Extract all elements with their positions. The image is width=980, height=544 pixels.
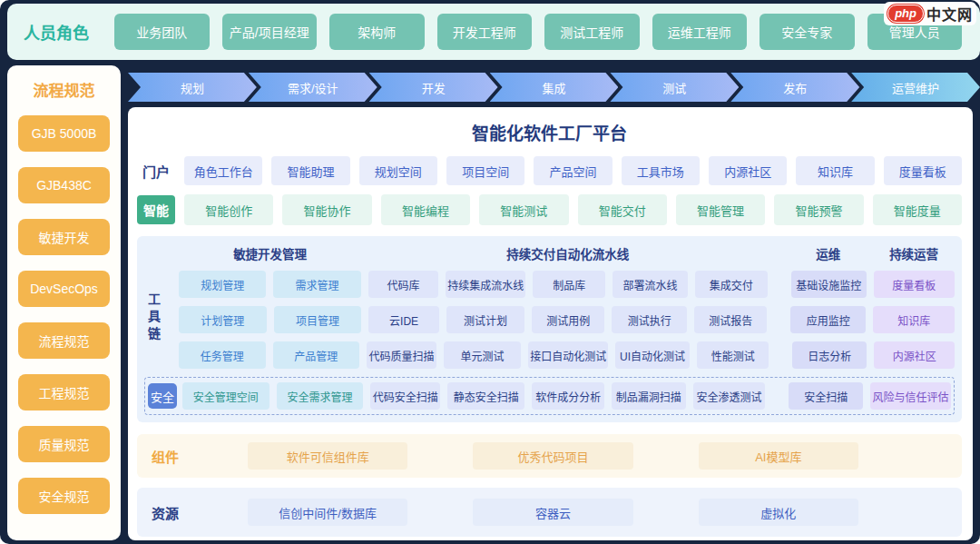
resource-item[interactable]: 虚拟化 [699,499,858,526]
toolchain-tool[interactable]: 接口自动化测试 [528,341,608,369]
portal-item[interactable]: 规划空间 [359,156,437,185]
toolchain-tool[interactable]: 产品管理 [273,341,360,369]
toolchain-tool[interactable]: 代码质量扫描 [367,341,436,369]
component-library-item[interactable]: AI模型库 [699,442,858,470]
toolchain-tool[interactable]: 知识库 [873,306,955,333]
pipeline-stage[interactable]: 开发 [369,73,498,102]
sidebar-item[interactable]: GJB438C [18,167,110,203]
security-tool[interactable]: 静态安全扫描 [447,382,524,410]
toolchain-tool[interactable]: 计划管理 [179,306,267,333]
platform-panel: 智能化软件工厂平台 门户 角色工作台 智能助理 规划空间 项目空间 产品空间 工… [128,107,973,540]
roles-list: 业务团队 产品/项目经理 架构师 开发工程师 测试工程师 运维工程师 安全专家 … [114,14,962,50]
toolchain-tool[interactable]: 测试执行 [612,306,687,333]
toolchain-tool[interactable]: 持续集成流水线 [446,271,525,298]
roles-bar-label: 人员角色 [24,20,89,44]
ai-capability-item[interactable]: 智能交付 [578,194,667,225]
toolchain-tool[interactable]: 基础设施监控 [791,271,867,298]
portal-label: 门户 [137,162,175,181]
toolchain-tool[interactable]: 测试报告 [694,306,767,333]
toolchain-tool[interactable]: 测试计划 [446,306,524,333]
security-tool[interactable]: 安全管理空间 [182,382,270,410]
portal-item[interactable]: 项目空间 [446,156,524,185]
resources-row: 资源 信创中间件/数据库 容器云 虚拟化 [137,488,962,537]
toolchain-tool[interactable]: 任务管理 [179,341,266,369]
portal-item[interactable]: 度量看板 [884,156,962,185]
security-tool[interactable]: 代码安全扫描 [370,382,440,410]
security-tool[interactable]: 安全扫描 [789,382,863,410]
components-label: 组件 [146,447,188,466]
pipeline-stage[interactable]: 测试 [610,73,739,102]
platform-title: 智能化软件工厂平台 [137,120,962,144]
ai-capability-item[interactable]: 智能编程 [381,194,470,225]
group-header-cd: 持续交付自动化流水线 [368,244,767,262]
sidebar-item[interactable]: 工程规范 [18,374,110,410]
toolchain-tool[interactable]: 云IDE [368,306,439,333]
pipeline-stage[interactable]: 需求/设计 [249,73,377,102]
toolchain-tool[interactable]: 需求管理 [273,271,360,298]
ai-capability-item[interactable]: 智能协作 [282,194,371,225]
security-tool[interactable]: 安全渗透测试 [693,382,765,410]
pipeline-stage[interactable]: 运营维护 [851,73,980,102]
portal-item[interactable]: 智能助理 [271,156,349,185]
toolchain-tool[interactable]: 性能测试 [697,341,769,369]
portal-row: 门户 角色工作台 智能助理 规划空间 项目空间 产品空间 工具市场 内源社区 知… [137,156,962,185]
role-button[interactable]: 产品/项目经理 [222,14,318,50]
sidebar-item[interactable]: DevSecOps [18,271,110,307]
ai-capability-item[interactable]: 智能度量 [873,194,962,225]
sidebar-item[interactable]: 质量规范 [18,426,110,462]
role-button[interactable]: 开发工程师 [437,14,533,50]
security-row-grid: 安全 安全管理空间 安全需求管理 代码安全扫描 静态安全扫描 软件成分分析 制品… [148,382,951,410]
toolchain-tool[interactable]: 集成交付 [695,271,768,298]
toolchain-tool[interactable]: 测试用例 [532,306,604,333]
role-button[interactable]: 安全专家 [760,14,855,50]
security-tool[interactable]: 制品漏洞扫描 [612,382,686,410]
toolchain-row: 计划管理 项目管理 云IDE 测试计划 测试用例 测试执行 测试报告 应用监控 … [144,306,955,333]
toolchain-row: 规划管理 需求管理 代码库 持续集成流水线 制品库 部署流水线 集成交付 基础设… [144,271,955,298]
resource-item[interactable]: 信创中间件/数据库 [248,499,407,526]
portal-item[interactable]: 内源社区 [709,156,787,185]
portal-item[interactable]: 角色工作台 [184,156,262,185]
security-tool[interactable]: 安全需求管理 [277,382,364,410]
toolchain-tool[interactable]: 度量看板 [874,271,956,298]
ai-capability-item[interactable]: 智能测试 [479,194,568,225]
component-library-item[interactable]: 软件可信组件库 [248,442,407,470]
pipeline-stage[interactable]: 规划 [128,73,257,102]
ai-capability-item[interactable]: 智能管理 [676,194,765,225]
role-button[interactable]: 业务团队 [114,14,210,50]
toolchain-tool[interactable]: 部署流水线 [612,271,688,298]
toolchain-tool[interactable]: 内源社区 [874,341,955,369]
group-header-ops: 运维 [790,244,866,262]
sidebar-item[interactable]: 敏捷开发 [18,219,110,255]
role-button[interactable]: 测试工程师 [544,14,640,50]
app-root: 人员角色 业务团队 产品/项目经理 架构师 开发工程师 测试工程师 运维工程师 … [0,0,980,544]
portal-item[interactable]: 工具市场 [622,156,700,185]
ai-capability-item[interactable]: 智能预警 [774,194,863,225]
sidebar-item[interactable]: GJB 5000B [18,115,110,152]
toolchain-tool[interactable]: 日志分析 [792,341,867,369]
sidebar-item[interactable]: 安全规范 [18,478,110,514]
roles-bar: 人员角色 业务团队 产品/项目经理 架构师 开发工程师 测试工程师 运维工程师 … [7,4,980,60]
pipeline-stage[interactable]: 集成 [490,73,619,102]
toolchain-tool[interactable]: 单元测试 [444,341,521,369]
component-library-item[interactable]: 优秀代码项目 [473,442,632,470]
toolchain-tool[interactable]: 规划管理 [179,271,266,298]
resources-label: 资源 [146,503,188,522]
security-tool[interactable]: 风险与信任评估 [870,382,951,410]
pipeline-stage[interactable]: 发布 [730,73,859,102]
toolchain-tool[interactable]: 应用监控 [790,306,866,333]
toolchain-tool[interactable]: UI自动化测试 [615,341,690,369]
toolchain-tool[interactable]: 代码库 [368,271,438,298]
sidebar-title: 流程规范 [34,78,95,101]
sidebar-item[interactable]: 流程规范 [18,322,110,359]
role-button[interactable]: 架构师 [329,14,425,50]
role-button[interactable]: 运维工程师 [652,14,748,50]
security-tool[interactable]: 软件成分分析 [532,382,603,410]
components-items: 软件可信组件库 优秀代码项目 AI模型库 [188,442,953,470]
ai-capability-item[interactable]: 智能创作 [184,194,273,225]
portal-item[interactable]: 知识库 [796,156,874,185]
portal-item[interactable]: 产品空间 [534,156,612,185]
toolchain-tool[interactable]: 项目管理 [274,306,362,333]
toolchain-tool[interactable]: 制品库 [533,271,605,298]
toolchain-group-headers: 敏捷开发管理 持续交付自动化流水线 运维 持续运营 [144,244,955,262]
resource-item[interactable]: 容器云 [473,499,632,526]
